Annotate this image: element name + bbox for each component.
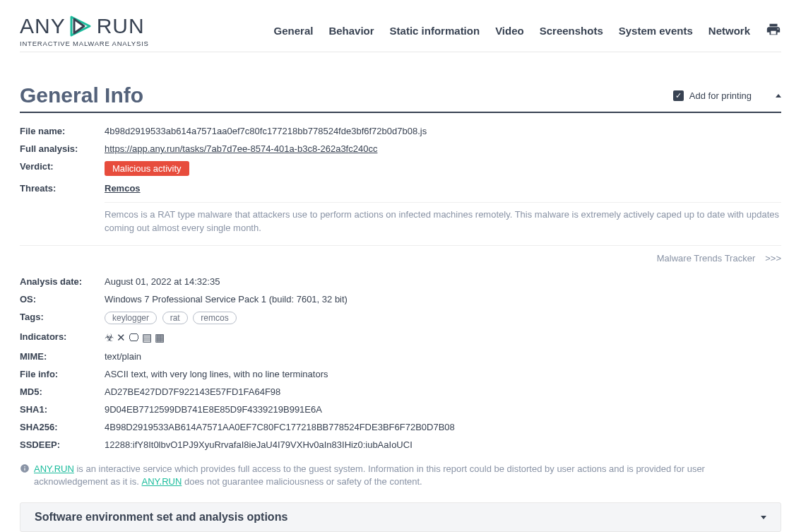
malware-trends-link-row: Malware Trends Tracker >>> xyxy=(20,245,781,264)
row-ssdeep: SSDEEP: 12288:ifY8It0lbvO1PJ9XyuRrvafaI8… xyxy=(20,439,781,450)
value-filename: 4b98d2919533ab614a7571aa0ef7c80fc177218b… xyxy=(105,126,427,136)
label-indicators: Indicators: xyxy=(20,331,105,344)
row-indicators: Indicators: ☣ ✕ 🖵 ▤ ▦ xyxy=(20,331,781,344)
row-analysis-date: Analysis date: August 01, 2022 at 14:32:… xyxy=(20,276,781,287)
collapse-title: Software environment set and analysis op… xyxy=(35,511,287,524)
label-ssdeep: SSDEEP: xyxy=(20,439,105,450)
network-icon: ▦ xyxy=(155,331,165,344)
nav-general[interactable]: General xyxy=(274,25,314,37)
row-tags: Tags: keylogger rat remcos xyxy=(20,312,781,324)
nav-video[interactable]: Video xyxy=(495,25,524,37)
label-tags: Tags: xyxy=(20,312,105,324)
label-file-info: File info: xyxy=(20,369,105,379)
disclaimer-text-2: does not guarantee maliciousness or safe… xyxy=(182,476,422,487)
logo-subtitle: INTERACTIVE MALWARE ANALYSIS xyxy=(20,40,149,47)
chevron-up-icon xyxy=(776,94,781,97)
row-file-info: File info: ASCII text, with very long li… xyxy=(20,369,781,379)
row-md5: MD5: AD27BE427DD7F922143E57FD1FA64F98 xyxy=(20,386,781,397)
threat-description: Remcos is a RAT type malware that attack… xyxy=(105,202,781,235)
biohazard-icon: ☣ xyxy=(105,331,114,344)
disclaimer: ANY.RUN is an interactive service which … xyxy=(20,463,781,488)
tag-keylogger[interactable]: keylogger xyxy=(105,312,157,324)
add-for-printing-toggle[interactable]: ✓ Add for printing xyxy=(673,90,781,101)
registry-icon: ▤ xyxy=(142,331,152,344)
nav-system-events[interactable]: System events xyxy=(619,25,693,37)
row-threats: Threats: Remcos xyxy=(20,183,781,194)
label-analysis-date: Analysis date: xyxy=(20,276,105,287)
label-sha256: SHA256: xyxy=(20,422,105,432)
logo-text-left: ANY xyxy=(20,14,66,38)
screen-icon: 🖵 xyxy=(129,331,139,344)
nav-screenshots[interactable]: Screenshots xyxy=(540,25,603,37)
value-mime: text/plain xyxy=(105,351,141,362)
nav-static-information[interactable]: Static information xyxy=(390,25,480,37)
label-sha1: SHA1: xyxy=(20,404,105,415)
row-os: OS: Windows 7 Professional Service Pack … xyxy=(20,294,781,305)
row-full-analysis: Full analysis: https://app.any.run/tasks… xyxy=(20,143,781,154)
tools-icon: ✕ xyxy=(117,331,126,344)
logo[interactable]: ANY RUN INTERACTIVE MALWARE ANALYSIS xyxy=(20,14,149,47)
disclaimer-link-1[interactable]: ANY.RUN xyxy=(34,463,74,474)
link-full-analysis[interactable]: https://app.any.run/tasks/7ab7d7ee-8574-… xyxy=(105,143,377,154)
value-md5: AD27BE427DD7F922143E57FD1FA64F98 xyxy=(105,386,280,397)
page-header: ANY RUN INTERACTIVE MALWARE ANALYSIS Gen… xyxy=(20,14,781,52)
row-verdict: Verdict: Malicious activity xyxy=(20,161,781,176)
tag-remcos[interactable]: remcos xyxy=(193,312,236,324)
value-sha256: 4B98D2919533AB614A7571AA0EF7C80FC177218B… xyxy=(105,422,455,432)
label-verdict: Verdict: xyxy=(20,161,105,176)
disclaimer-link-2[interactable]: ANY.RUN xyxy=(141,476,182,487)
value-file-info: ASCII text, with very long lines, with n… xyxy=(105,369,328,379)
section-title-row: General Info ✓ Add for printing xyxy=(20,83,781,113)
logo-play-icon xyxy=(67,14,95,38)
value-os: Windows 7 Professional Service Pack 1 (b… xyxy=(105,294,348,305)
trends-label[interactable]: Malware Trends Tracker xyxy=(657,253,755,264)
row-sha1: SHA1: 9D04EB7712599DB741E8E85D9F4339219B… xyxy=(20,404,781,415)
trends-more[interactable]: >>> xyxy=(765,253,781,264)
label-md5: MD5: xyxy=(20,386,105,397)
page-title: General Info xyxy=(20,83,143,107)
main-nav: General Behavior Static information Vide… xyxy=(274,22,781,40)
logo-text-right: RUN xyxy=(97,14,145,38)
checkbox-checked-icon: ✓ xyxy=(673,90,684,101)
label-threats: Threats: xyxy=(20,183,105,194)
info-icon xyxy=(20,463,30,488)
threat-link[interactable]: Remcos xyxy=(105,183,141,194)
nav-network[interactable]: Network xyxy=(708,25,750,37)
chevron-down-icon xyxy=(761,516,766,519)
label-mime: MIME: xyxy=(20,351,105,362)
label-full-analysis: Full analysis: xyxy=(20,143,105,154)
row-sha256: SHA256: 4B98D2919533AB614A7571AA0EF7C80F… xyxy=(20,422,781,432)
verdict-badge: Malicious activity xyxy=(105,161,189,176)
value-analysis-date: August 01, 2022 at 14:32:35 xyxy=(105,276,220,287)
label-os: OS: xyxy=(20,294,105,305)
value-ssdeep: 12288:ifY8It0lbvO1PJ9XyuRrvafaI8ieJaU4I7… xyxy=(105,439,413,450)
collapse-software-environment[interactable]: Software environment set and analysis op… xyxy=(20,502,781,532)
tag-rat[interactable]: rat xyxy=(162,312,188,324)
row-mime: MIME: text/plain xyxy=(20,351,781,362)
value-sha1: 9D04EB7712599DB741E8E85D9F4339219B991E6A xyxy=(105,404,322,415)
row-filename: File name: 4b98d2919533ab614a7571aa0ef7c… xyxy=(20,126,781,136)
label-filename: File name: xyxy=(20,126,105,136)
print-icon[interactable] xyxy=(766,22,781,40)
print-toggle-label: Add for printing xyxy=(689,90,752,101)
nav-behavior[interactable]: Behavior xyxy=(328,25,374,37)
